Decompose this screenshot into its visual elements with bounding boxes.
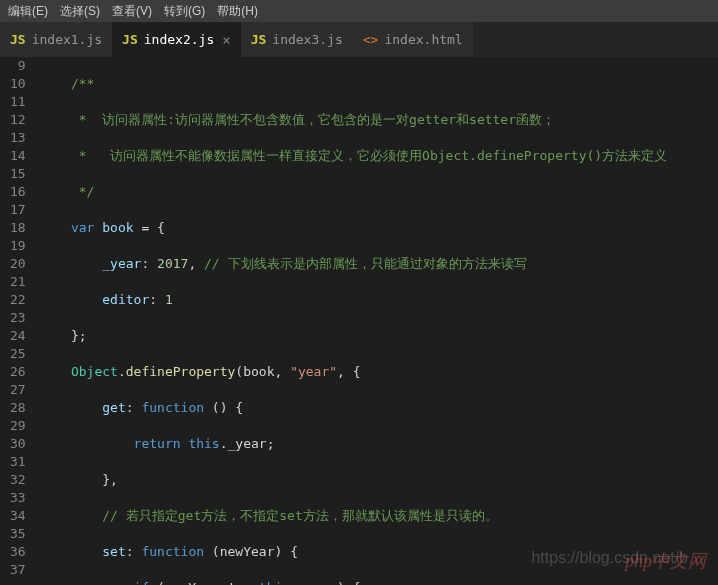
line-number: 12 bbox=[10, 111, 26, 129]
line-number: 32 bbox=[10, 471, 26, 489]
line-number: 14 bbox=[10, 147, 26, 165]
js-icon: JS bbox=[122, 32, 138, 47]
menu-goto[interactable]: 转到(G) bbox=[164, 3, 205, 20]
line-number: 9 bbox=[10, 57, 26, 75]
tab-bar: JSindex1.js JSindex2.js× JSindex3.js <>i… bbox=[0, 22, 718, 57]
line-number: 28 bbox=[10, 399, 26, 417]
close-icon[interactable]: × bbox=[222, 32, 230, 48]
editor[interactable]: 9101112131415161718192021222324252627282… bbox=[0, 57, 718, 585]
line-number: 37 bbox=[10, 561, 26, 579]
menu-help[interactable]: 帮助(H) bbox=[217, 3, 258, 20]
line-number: 18 bbox=[10, 219, 26, 237]
line-gutter: 9101112131415161718192021222324252627282… bbox=[0, 57, 40, 585]
js-icon: JS bbox=[251, 32, 267, 47]
line-number: 11 bbox=[10, 93, 26, 111]
line-number: 26 bbox=[10, 363, 26, 381]
tab-index1[interactable]: JSindex1.js bbox=[0, 22, 112, 57]
menu-bar: 编辑(E) 选择(S) 查看(V) 转到(G) 帮助(H) bbox=[0, 0, 718, 22]
menu-select[interactable]: 选择(S) bbox=[60, 3, 100, 20]
line-number: 20 bbox=[10, 255, 26, 273]
line-number: 35 bbox=[10, 525, 26, 543]
line-number: 24 bbox=[10, 327, 26, 345]
tab-index-html[interactable]: <>index.html bbox=[353, 22, 473, 57]
line-number: 29 bbox=[10, 417, 26, 435]
line-number: 22 bbox=[10, 291, 26, 309]
line-number: 33 bbox=[10, 489, 26, 507]
line-number: 34 bbox=[10, 507, 26, 525]
line-number: 25 bbox=[10, 345, 26, 363]
tab-index3[interactable]: JSindex3.js bbox=[241, 22, 353, 57]
line-number: 13 bbox=[10, 129, 26, 147]
line-number: 36 bbox=[10, 543, 26, 561]
js-icon: JS bbox=[10, 32, 26, 47]
menu-view[interactable]: 查看(V) bbox=[112, 3, 152, 20]
line-number: 10 bbox=[10, 75, 26, 93]
line-number: 27 bbox=[10, 381, 26, 399]
html-icon: <> bbox=[363, 32, 379, 47]
line-number: 17 bbox=[10, 201, 26, 219]
line-number: 31 bbox=[10, 453, 26, 471]
line-number: 21 bbox=[10, 273, 26, 291]
menu-edit[interactable]: 编辑(E) bbox=[8, 3, 48, 20]
line-number: 30 bbox=[10, 435, 26, 453]
line-number: 15 bbox=[10, 165, 26, 183]
line-number: 19 bbox=[10, 237, 26, 255]
line-number: 16 bbox=[10, 183, 26, 201]
line-number: 23 bbox=[10, 309, 26, 327]
tab-index2[interactable]: JSindex2.js× bbox=[112, 22, 241, 57]
code-area[interactable]: /** * 访问器属性:访问器属性不包含数值，它包含的是一对getter和set… bbox=[40, 57, 718, 585]
